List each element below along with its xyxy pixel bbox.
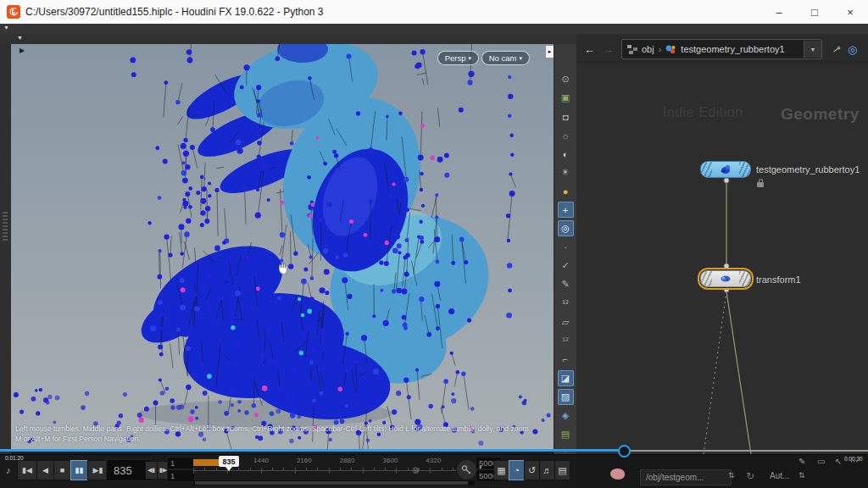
tick-label: 4320 <box>426 457 441 464</box>
playhead-flag[interactable]: 835 <box>219 456 239 467</box>
display-options-toolbar: ⊙▣◘☼◐☀●+◎·✓✎¹²▱¹²⌐◪▨◈▤▾ <box>554 44 576 454</box>
show-primitives-icon[interactable]: ▱ <box>558 314 574 330</box>
pause-button[interactable]: ▮▮ <box>70 460 88 480</box>
playback-start-field[interactable]: 1 <box>167 469 195 482</box>
key-dropdown-icon[interactable]: ▾ <box>479 464 482 471</box>
rail-grip[interactable] <box>3 212 8 241</box>
close-button[interactable]: × <box>832 0 868 24</box>
pencil-icon[interactable]: ✎ <box>798 457 805 466</box>
left-rail[interactable] <box>0 44 12 454</box>
persp-view-button[interactable]: Persp▾ <box>437 51 479 65</box>
loop-mode-button[interactable]: ↺ <box>524 460 540 480</box>
range-start-field[interactable]: 1 <box>167 457 195 469</box>
view-pivot-icon[interactable]: ◎ <box>558 220 574 236</box>
video-seekbar-handle[interactable] <box>618 445 631 458</box>
background-image-icon[interactable]: ▤ <box>558 426 574 442</box>
houdini-logo-icon <box>7 5 20 19</box>
update-mode-spinner-icon[interactable]: ⇅ <box>798 471 805 480</box>
network-header: ← → obj › testgeometry_rubbertoy1 ▼ ⊸ ◎ <box>576 34 868 65</box>
tick-label: 3600 <box>382 457 398 464</box>
timeline-ruler[interactable]: 14402160288036004320 835 <box>193 457 475 480</box>
node-transform1[interactable] <box>700 270 751 287</box>
speaker-icon[interactable]: ♪ <box>6 465 11 475</box>
refresh-icon[interactable]: ↻ <box>746 470 754 482</box>
play-backward-button[interactable]: ◀ <box>36 460 54 480</box>
tick-label: 2160 <box>297 457 312 464</box>
update-mode-dropdown[interactable]: Aut... <box>770 471 789 480</box>
path-spinner-icon[interactable]: ⇅ <box>728 471 735 480</box>
node-testgeometry-rubbertoy[interactable] <box>700 161 751 178</box>
expand-pane-menu-icon[interactable]: ▼ <box>17 35 23 41</box>
breadcrumb-dropdown-button[interactable]: ▼ <box>804 41 821 58</box>
point-numbers-icon[interactable]: ¹² <box>558 296 574 312</box>
forward-arrow-icon[interactable]: → <box>603 43 614 56</box>
viewport-menu-stow-icon[interactable]: ▶ <box>19 47 25 54</box>
primitive-normals-icon[interactable]: ⌐ <box>558 352 574 368</box>
chevron-down-icon: ▾ <box>519 55 522 62</box>
network-breadcrumb[interactable]: obj › testgeometry_rubbertoy1 ▼ <box>621 39 822 59</box>
playbar-options-button[interactable]: ▤ <box>554 460 570 480</box>
camera-select-button[interactable]: No cam▾ <box>481 51 530 65</box>
show-points-icon[interactable]: · <box>558 239 574 255</box>
keyframe-options-button[interactable]: ▦ <box>493 460 509 480</box>
point-trails-icon[interactable]: ✓ <box>558 258 574 274</box>
cursor-mode-icon[interactable]: ↖ <box>835 457 842 466</box>
video-seekbar-fill[interactable] <box>0 449 623 452</box>
lock-icon <box>757 182 764 187</box>
material-sphere-icon[interactable]: ◐ <box>558 146 574 162</box>
minimize-button[interactable]: – <box>761 0 797 24</box>
default-lighting-icon[interactable]: ☀ <box>558 164 574 180</box>
high-quality-lamp-icon[interactable]: ● <box>558 183 574 199</box>
breadcrumb-node[interactable]: testgeometry_rubbertoy1 <box>681 44 784 54</box>
viewport-3d[interactable]: Persp▾ No cam▾ ▶ Left mouse tumbles. Mid… <box>11 44 554 449</box>
node2-label[interactable]: transform1 <box>756 274 801 285</box>
primitive-numbers-icon[interactable]: ¹² <box>558 333 574 349</box>
playbar: 0:01:20 ♪ ▮◀◀■▮▮▶▮ 835 ◀▮ ▮▶ 1 1 1440216… <box>0 454 576 488</box>
viewport-scene[interactable] <box>11 44 554 449</box>
maximize-button[interactable]: □ <box>797 0 832 24</box>
transform-node-icon <box>712 271 739 286</box>
chevron-down-icon: ▾ <box>468 55 471 62</box>
back-arrow-icon[interactable]: ← <box>584 43 595 56</box>
stop-button[interactable]: ■ <box>53 460 71 480</box>
tick-label: 1440 <box>253 457 269 464</box>
point-marker-icon[interactable]: ✎ <box>558 277 574 293</box>
shaded-mode-icon[interactable]: ◪ <box>558 370 574 386</box>
realtime-toggle-button[interactable]: ◔ <box>509 460 525 480</box>
wireframe-overlay-icon[interactable]: ▨ <box>558 389 574 405</box>
key-icon <box>461 464 472 475</box>
tick-interval-icon[interactable]: ⑩ <box>412 466 420 475</box>
rubbertoy-node-icon <box>665 45 676 54</box>
step-back-button[interactable]: ◀▮ <box>145 461 158 480</box>
window-title: C:/Users/30972/untitled155.hiplc - Houdi… <box>25 6 324 18</box>
pane-tab-handle[interactable]: ▸ <box>546 46 554 58</box>
node-path-field[interactable]: /obj/testgeom... <box>640 469 732 485</box>
set-keyframe-button[interactable] <box>456 459 477 480</box>
audio-options-button[interactable]: ♬ <box>539 460 555 480</box>
headlight-off-icon[interactable]: ☼ <box>558 127 574 143</box>
obj-context-icon <box>627 45 638 54</box>
timeline-scrollbar[interactable] <box>193 480 475 485</box>
node-wires <box>576 64 868 454</box>
jump-to-start-button[interactable]: ▮◀ <box>17 460 37 480</box>
expand-menu-icon[interactable]: ▼ <box>3 25 9 30</box>
node1-label[interactable]: testgeometry_rubbertoy1 <box>756 164 860 175</box>
snapshot-icon[interactable]: ▣ <box>558 90 574 106</box>
visibility-icon[interactable]: ⊙ <box>558 71 574 87</box>
breadcrumb-context[interactable]: obj <box>642 44 654 54</box>
select-objects-icon[interactable]: + <box>558 202 574 218</box>
card-icon[interactable]: ▭ <box>817 457 825 466</box>
network-canvas[interactable]: Indie Edition Geometry testgeometry_rubb… <box>576 64 868 454</box>
overlay-right-time: 0:00:30 <box>844 456 863 462</box>
camera-lock-icon[interactable]: ◘ <box>558 108 574 125</box>
rubbertoy-node-icon <box>712 162 739 177</box>
network-editor[interactable]: ← → obj › testgeometry_rubbertoy1 ▼ ⊸ ◎ … <box>576 34 868 488</box>
video-seekbar-track[interactable] <box>630 450 868 452</box>
tick-label: 2880 <box>340 457 355 464</box>
gesture-blob-icon <box>610 469 625 480</box>
network-footer: ✎ ▭ ↖ ⋯ /obj/testgeom... ⇅ ↻ Aut... ⇅ <box>576 454 868 488</box>
display-options-icon[interactable]: ◈ <box>558 408 574 424</box>
breadcrumb-separator: › <box>659 44 662 54</box>
radar-link-icon[interactable]: ◎ <box>848 43 857 56</box>
pin-icon[interactable]: ⊸ <box>830 42 843 56</box>
